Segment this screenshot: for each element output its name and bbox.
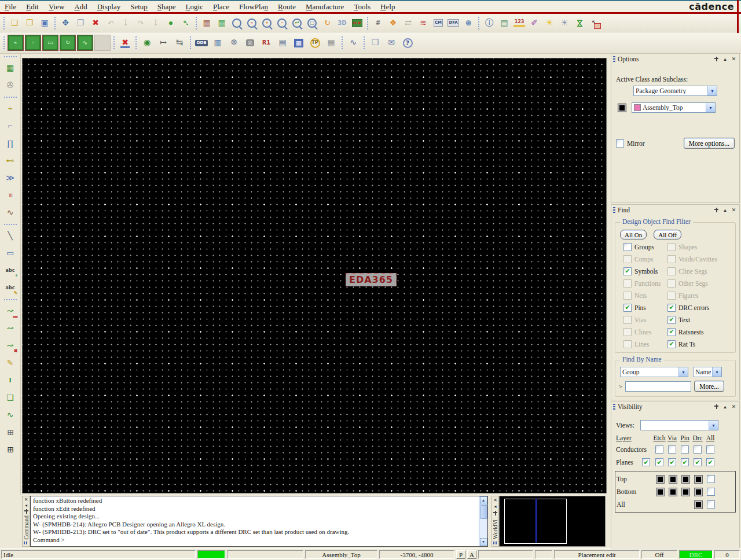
all-on-button[interactable]: All On (620, 230, 647, 240)
measure-icon[interactable]: 123 (512, 16, 526, 30)
subclass-color-frame[interactable] (618, 104, 626, 112)
checkbox[interactable] (623, 267, 632, 275)
component-info-icon[interactable]: ▤ (497, 16, 511, 30)
collapse-icon[interactable]: ▴ (721, 207, 729, 214)
pad-array-icon[interactable]: ▦ (324, 35, 339, 50)
checkbox[interactable] (667, 340, 676, 348)
visibility-checkbox[interactable] (706, 445, 714, 454)
chevron-down-icon[interactable]: ▾ (707, 86, 717, 95)
cross-section-viewer-icon[interactable]: ▥ (210, 35, 225, 50)
visibility-checkbox[interactable] (668, 445, 676, 454)
menu-manufacture[interactable]: Manufacture (306, 2, 344, 12)
flip-design-icon[interactable]: FLIP (350, 16, 364, 30)
highlight-icon[interactable]: ☀ (542, 16, 556, 30)
bus-route-icon[interactable]: ≡ (3, 188, 18, 203)
zoom-points-icon[interactable] (230, 16, 244, 30)
menu-setup[interactable]: Setup (130, 2, 148, 12)
new-drawing-icon[interactable]: ❏ (8, 16, 21, 30)
menu-place[interactable]: Place (213, 2, 229, 12)
layer-color-swatch[interactable] (695, 501, 702, 509)
net-topology-icon[interactable]: ∿ (346, 35, 361, 50)
delay-tune-icon[interactable]: ∿ (3, 205, 18, 220)
color-priority-icon[interactable]: ⇄ (401, 16, 415, 30)
menu-tools[interactable]: Tools (354, 2, 370, 12)
drag-grip-icon[interactable] (24, 541, 28, 544)
visibility-titlebar[interactable]: Visibility ▴ ✕ (611, 401, 739, 412)
delete-segment-icon[interactable]: ↝✖ (3, 338, 18, 353)
visibility-checkbox[interactable] (655, 458, 663, 466)
visibility-checkbox[interactable] (681, 445, 689, 454)
pin-icon[interactable] (713, 56, 720, 63)
waive-drc-icon[interactable]: ⋈ (573, 16, 586, 30)
pcb-editor-icon[interactable]: ⌁ (8, 35, 24, 51)
subclass-dropdown[interactable]: Assembly_Top ▾ (632, 102, 716, 113)
menu-help[interactable]: Help (380, 2, 395, 12)
mirror-checkbox[interactable]: Mirror (616, 137, 645, 149)
checkbox[interactable] (667, 328, 676, 336)
planes-checkbox[interactable] (642, 458, 650, 466)
design-text[interactable]: EDA365 (346, 273, 397, 286)
find-filter-pins[interactable]: Pins (623, 301, 667, 314)
scriptlog-icon[interactable]: ❒ (368, 35, 383, 50)
zoom-fit-icon[interactable]: ▫ (245, 16, 259, 30)
collapse-left-icon[interactable]: ◂ (23, 503, 30, 509)
visibility-checkbox[interactable] (694, 458, 702, 466)
place-module-icon[interactable]: ⊞ (3, 443, 18, 458)
chevron-down-icon[interactable]: ▾ (712, 367, 721, 377)
place-component-icon[interactable]: ⊞ (3, 425, 18, 440)
visibility-header-all[interactable]: All (706, 434, 715, 441)
add-text-icon[interactable]: abc+ (3, 263, 18, 278)
visibility-checkbox[interactable] (707, 488, 715, 496)
dimension-span-icon[interactable]: ↹ (172, 35, 187, 50)
checkbox[interactable] (623, 304, 632, 312)
edit-note-icon[interactable]: ✎ (3, 356, 18, 371)
pin-icon[interactable] (492, 510, 498, 516)
drag-grip-icon[interactable] (493, 541, 498, 544)
collapse-left-icon[interactable]: ◂ (492, 503, 498, 510)
find-filter-text[interactable]: Text (667, 314, 735, 326)
close-icon[interactable]: ✕ (730, 207, 738, 214)
visibility-checkbox[interactable] (655, 445, 663, 454)
chevron-down-icon[interactable]: ▾ (678, 367, 688, 377)
find-name-input[interactable] (625, 381, 691, 392)
help-icon[interactable]: ? (400, 35, 415, 50)
visibility-checkbox[interactable] (707, 475, 715, 483)
stop-icon[interactable]: ↖ (588, 16, 601, 30)
zoom-in-icon[interactable]: + (260, 16, 274, 30)
close-icon[interactable]: ✕ (730, 403, 738, 411)
probe-dongle-icon[interactable]: ✇ (3, 78, 18, 93)
scroll-down-icon[interactable]: ▼ (480, 538, 487, 546)
find-filter-rat-ts[interactable]: Rat Ts (667, 338, 735, 350)
collapse-icon[interactable]: ▴ (721, 56, 729, 63)
visibility-checkbox[interactable] (707, 500, 715, 509)
stub-route-icon[interactable]: ∏ (3, 136, 18, 151)
views-dropdown[interactable]: ▾ (640, 420, 718, 430)
menu-shape[interactable]: Shape (157, 2, 176, 12)
pin-pair-icon[interactable]: ⊷ (3, 153, 18, 168)
tools-fix-icon[interactable]: ☸ (226, 35, 241, 50)
save-drawing-icon[interactable]: ▣ (38, 16, 52, 30)
grid-toggle-icon[interactable]: # (371, 16, 385, 30)
symbol-table-icon[interactable]: ▦ (3, 61, 18, 76)
dimension-linear-icon[interactable]: ↦ (156, 35, 171, 50)
cross-section-icon[interactable]: ⊛ (461, 16, 475, 30)
scrollbar-thumb[interactable] (480, 505, 487, 519)
layer-color-swatch[interactable] (695, 488, 702, 496)
menu-logic[interactable]: Logic (186, 2, 203, 12)
collapse-icon[interactable]: ▴ (721, 403, 729, 411)
find-titlebar[interactable]: Find ▴ ✕ (611, 205, 739, 215)
constraint-manager-icon[interactable]: CM (431, 16, 445, 30)
slide-icon[interactable]: ↝ (3, 321, 18, 336)
add-line-icon[interactable]: ╲ (3, 229, 18, 244)
menu-file[interactable]: File (5, 2, 16, 12)
shove-icon[interactable]: ● (164, 16, 178, 30)
show-element-icon[interactable]: ⓘ (482, 16, 496, 30)
chevron-down-icon[interactable]: ▾ (706, 103, 715, 112)
package-editor-icon[interactable]: ▫ (25, 35, 41, 51)
close-icon[interactable]: ✕ (492, 497, 498, 503)
menu-flowplan[interactable]: FlowPlan (239, 2, 268, 12)
design-window-icon[interactable]: ▦ (200, 16, 214, 30)
layer-color-swatch[interactable] (682, 488, 689, 496)
menu-route[interactable]: Route (278, 2, 296, 12)
pin-icon[interactable] (23, 509, 30, 514)
